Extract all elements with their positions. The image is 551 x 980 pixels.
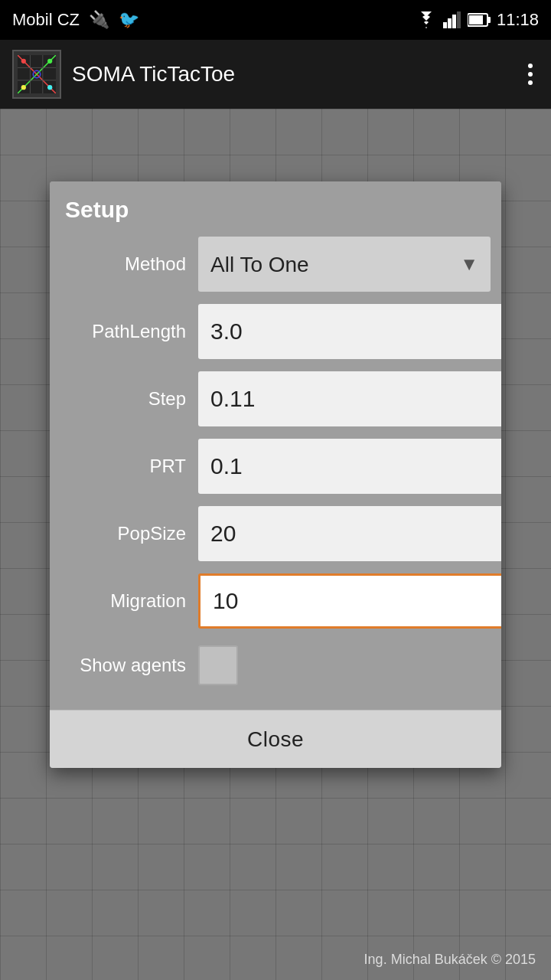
- svg-point-11: [21, 59, 26, 64]
- setup-dialog: Setup Method All To One All To All Migra…: [50, 181, 501, 768]
- app-bar-left: SOMA TicTacToe: [12, 50, 235, 99]
- step-input[interactable]: [198, 371, 501, 426]
- method-select-wrapper[interactable]: All To One All To All Migrations ▼: [198, 237, 491, 292]
- show-agents-checkbox[interactable]: [198, 645, 238, 685]
- menu-dot-1: [528, 64, 533, 68]
- close-button[interactable]: Close: [50, 710, 501, 768]
- prt-input[interactable]: [198, 439, 501, 494]
- show-agents-checkbox-container[interactable]: [198, 645, 238, 685]
- popsize-row: PopSize: [60, 506, 491, 561]
- svg-rect-3: [457, 11, 461, 28]
- carrier-text: Mobil CZ: [12, 10, 80, 30]
- menu-dot-2: [528, 72, 533, 77]
- dialog-title: Setup: [50, 181, 501, 237]
- dialog-overlay: Setup Method All To One All To All Migra…: [0, 109, 551, 980]
- time-display: 11:18: [497, 10, 539, 30]
- method-label: Method: [60, 253, 198, 275]
- svg-rect-6: [487, 17, 491, 23]
- svg-point-14: [47, 85, 52, 90]
- svg-rect-5: [469, 15, 483, 24]
- app-bar: SOMA TicTacToe: [0, 40, 551, 109]
- popsize-input[interactable]: [198, 506, 501, 561]
- usb-icon: 🔌: [89, 10, 109, 30]
- dialog-body: Method All To One All To All Migrations …: [50, 237, 501, 710]
- status-bar: Mobil CZ 🔌 🐦 11:18: [0, 0, 551, 40]
- prt-row: PRT: [60, 439, 491, 494]
- svg-rect-2: [452, 15, 456, 28]
- migration-row: Migration: [60, 573, 491, 629]
- svg-rect-0: [443, 22, 447, 28]
- more-options-button[interactable]: [522, 57, 539, 91]
- migration-input[interactable]: [198, 573, 501, 629]
- battery-icon: [468, 12, 491, 28]
- show-agents-row: Show agents: [60, 641, 491, 690]
- pathlength-label: PathLength: [60, 321, 198, 342]
- bird-icon: 🐦: [119, 10, 139, 30]
- pathlength-input[interactable]: [198, 304, 501, 359]
- pathlength-row: PathLength: [60, 304, 491, 359]
- app-icon: [12, 50, 61, 99]
- dialog-footer: Close: [50, 710, 501, 768]
- svg-point-12: [47, 59, 52, 64]
- popsize-label: PopSize: [60, 523, 198, 544]
- method-select[interactable]: All To One All To All Migrations: [198, 237, 491, 292]
- wifi-icon: [416, 11, 437, 28]
- app-icon-graphic: [18, 55, 56, 93]
- svg-rect-1: [448, 18, 452, 28]
- prt-label: PRT: [60, 456, 198, 477]
- step-label: Step: [60, 388, 198, 410]
- status-left: Mobil CZ 🔌 🐦: [12, 10, 139, 30]
- step-row: Step: [60, 371, 491, 426]
- status-right: 11:18: [416, 10, 539, 30]
- method-row: Method All To One All To All Migrations …: [60, 237, 491, 292]
- menu-dot-3: [528, 80, 533, 85]
- show-agents-label: Show agents: [60, 655, 198, 676]
- signal-icon: [443, 11, 461, 28]
- app-title: SOMA TicTacToe: [72, 62, 235, 87]
- svg-point-13: [21, 85, 26, 90]
- migration-label: Migration: [60, 590, 198, 612]
